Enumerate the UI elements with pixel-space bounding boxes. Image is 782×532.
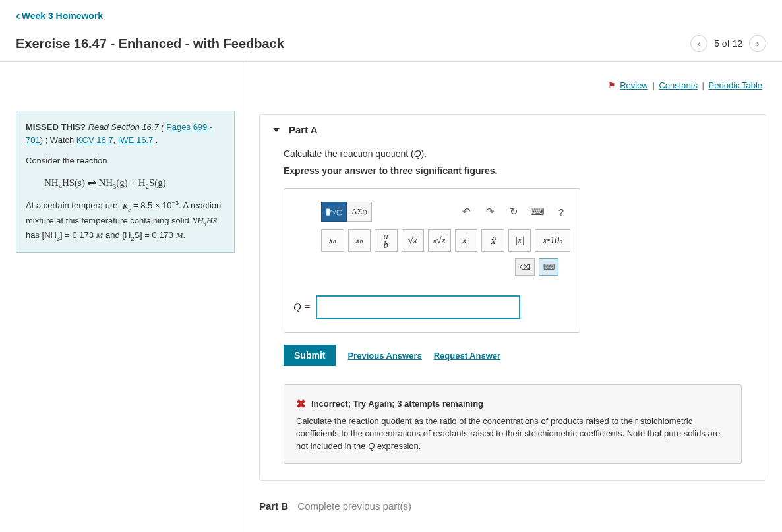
help-button[interactable]: ? (552, 203, 570, 220)
collapse-caret-icon (273, 128, 280, 132)
backspace-button[interactable]: ⌫ (515, 258, 535, 276)
sqrt-button[interactable]: √x (402, 229, 425, 252)
feedback-headline: Incorrect; Try Again; 3 attempts remaini… (311, 398, 483, 411)
reset-button[interactable]: ↻ (504, 203, 523, 220)
hat-button[interactable]: x̂ (481, 229, 504, 252)
next-button-top[interactable]: › (749, 35, 766, 52)
previous-answers-link[interactable]: Previous Answers (347, 351, 421, 361)
answer-label: Q = (293, 301, 311, 313)
redo-button[interactable]: ↷ (481, 203, 499, 220)
missed-label: MISSED THIS? (26, 122, 86, 132)
subscript-button[interactable]: xb (348, 229, 371, 252)
sci-notation-button[interactable]: x•10n (535, 229, 570, 252)
back-link[interactable]: Week 3 Homework (16, 8, 103, 23)
abs-button[interactable]: |x| (508, 229, 531, 252)
equation-editor: ▮ ⁿ√▢ ΑΣφ ↶ ↷ ↻ ⌨ ? xa xb (284, 188, 580, 333)
keyboard-toggle-button[interactable]: ⌨ (539, 258, 558, 276)
submit-button[interactable]: Submit (284, 345, 336, 366)
part-a-header[interactable]: Part A (260, 115, 766, 144)
hint-box: MISSED THIS? Read Section 16.7 ( Pages 6… (16, 111, 235, 253)
answer-input[interactable] (316, 295, 520, 319)
feedback-body: Calculate the reaction quotient as the r… (296, 415, 729, 453)
page-title: Exercise 16.47 - Enhanced - with Feedbac… (16, 36, 284, 51)
watch-text: ) ; Watch (40, 135, 76, 145)
problem-text: At a certain temperature, Kc = 8.5 × 10−… (26, 199, 225, 243)
read-text: Read Section 16.7 ( (88, 122, 164, 132)
fraction-button[interactable]: ab (375, 229, 398, 252)
part-b-label: Part B (259, 500, 288, 512)
part-a-label: Part A (289, 124, 318, 135)
incorrect-x-icon: ✖ (296, 396, 306, 413)
prev-button[interactable]: ‹ (690, 35, 707, 52)
part-a-instruction: Express your answer to three significant… (284, 165, 742, 176)
feedback-box: ✖ Incorrect; Try Again; 3 attempts remai… (284, 384, 742, 464)
part-a-section: Part A Calculate the reaction quotient (… (259, 114, 766, 481)
periodic-link[interactable]: Periodic Table (709, 80, 762, 90)
request-answer-link[interactable]: Request Answer (434, 351, 500, 361)
superscript-button[interactable]: xa (321, 229, 344, 252)
templates-tab[interactable]: ▮ ⁿ√▢ (321, 202, 347, 222)
review-link[interactable]: Review (620, 80, 648, 90)
part-a-prompt: Calculate the reaction quotient (Q). (284, 148, 742, 159)
part-b-row: Part B Complete previous part(s) (259, 500, 766, 512)
iwe-link[interactable]: IWE 16.7 (118, 135, 153, 145)
constants-link[interactable]: Constants (659, 80, 698, 90)
pager-text: 5 of 12 (714, 38, 742, 49)
reaction-equation: NH4HS(s) ⇌ NH3(g) + H2S(g) (26, 167, 225, 200)
consider-text: Consider the reaction (26, 154, 225, 167)
undo-button[interactable]: ↶ (457, 203, 475, 220)
greek-tab[interactable]: ΑΣφ (347, 202, 372, 222)
flag-icon: ⚑ (608, 80, 616, 90)
kcv-link[interactable]: KCV 16.7 (76, 135, 113, 145)
nroot-button[interactable]: n√x (428, 229, 451, 252)
keyboard-button[interactable]: ⌨ (528, 203, 547, 220)
vector-button[interactable]: x⃗ (455, 229, 478, 252)
part-b-msg: Complete previous part(s) (297, 500, 411, 512)
